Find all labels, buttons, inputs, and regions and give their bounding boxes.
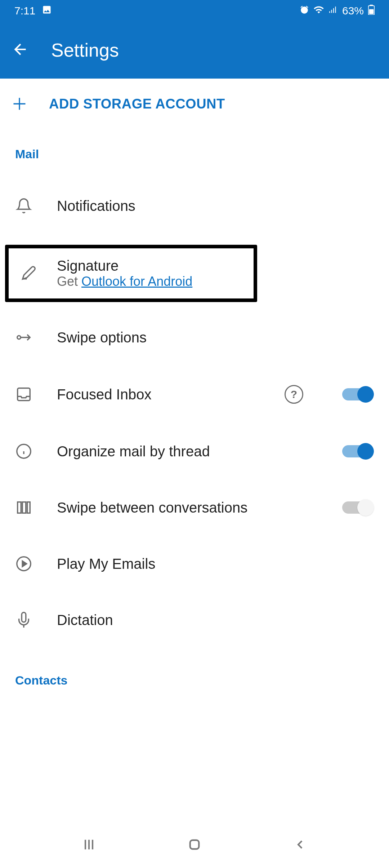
- picture-notification-icon: [42, 5, 52, 17]
- page-title: Settings: [51, 39, 119, 61]
- app-header: Settings: [0, 22, 389, 79]
- section-header-mail: Mail: [0, 129, 389, 165]
- swipe-options-label: Swipe options: [57, 329, 374, 346]
- status-left: 7:11: [14, 5, 52, 17]
- help-icon[interactable]: ?: [285, 385, 303, 404]
- svg-rect-8: [18, 502, 21, 513]
- play-emails-row[interactable]: Play My Emails: [0, 536, 389, 592]
- add-storage-account-row[interactable]: ADD STORAGE ACCOUNT: [0, 79, 389, 129]
- play-emails-label: Play My Emails: [57, 556, 374, 572]
- swipe-conversations-label: Swipe between conversations: [57, 500, 318, 516]
- bell-icon: [15, 197, 32, 214]
- svg-rect-4: [18, 388, 30, 401]
- nav-back-button[interactable]: [289, 834, 311, 855]
- system-nav-bar: [0, 821, 389, 868]
- svg-rect-9: [22, 502, 26, 513]
- signature-label: Signature: [57, 258, 243, 274]
- swipe-options-row[interactable]: Swipe options: [0, 309, 389, 366]
- alarm-icon: [300, 5, 309, 17]
- organize-thread-toggle[interactable]: [342, 443, 374, 460]
- signature-highlight-box: Signature Get Outlook for Android: [5, 245, 257, 302]
- signature-row[interactable]: Signature Get Outlook for Android: [9, 248, 254, 298]
- home-button[interactable]: [184, 834, 205, 855]
- focused-inbox-label: Focused Inbox: [57, 386, 260, 403]
- notifications-label: Notifications: [57, 198, 374, 214]
- signature-subtitle-link[interactable]: Outlook for Android: [81, 274, 192, 289]
- svg-rect-2: [369, 9, 374, 14]
- microphone-icon: [15, 611, 32, 629]
- svg-marker-12: [22, 561, 27, 566]
- swipe-icon: [15, 329, 32, 346]
- svg-rect-10: [27, 502, 30, 513]
- dictation-row[interactable]: Dictation: [0, 592, 389, 648]
- signal-icon: [328, 5, 338, 17]
- focused-inbox-toggle[interactable]: [342, 386, 374, 403]
- section-header-contacts: Contacts: [0, 648, 389, 691]
- inbox-icon: [15, 386, 32, 403]
- svg-point-3: [17, 336, 21, 339]
- signature-subtitle: Get Outlook for Android: [57, 274, 243, 289]
- plus-icon: [12, 96, 27, 112]
- swipe-conversations-toggle[interactable]: [342, 499, 374, 516]
- swipe-conversations-row[interactable]: Swipe between conversations: [0, 479, 389, 536]
- status-time: 7:11: [14, 5, 35, 17]
- status-bar: 7:11 63%: [0, 0, 389, 22]
- pen-icon: [19, 265, 37, 282]
- notifications-row[interactable]: Notifications: [0, 165, 389, 234]
- focused-inbox-row[interactable]: Focused Inbox ?: [0, 366, 389, 423]
- wifi-icon: [313, 4, 324, 18]
- columns-icon: [15, 499, 32, 516]
- add-storage-label: ADD STORAGE ACCOUNT: [49, 96, 225, 112]
- content: ADD STORAGE ACCOUNT Mail Notifications S…: [0, 79, 389, 691]
- status-right: 63%: [300, 4, 375, 18]
- battery-icon: [368, 5, 375, 17]
- organize-thread-label: Organize mail by thread: [57, 443, 318, 460]
- dictation-label: Dictation: [57, 612, 374, 628]
- svg-rect-1: [370, 5, 373, 6]
- info-icon: [15, 443, 32, 460]
- svg-rect-16: [190, 840, 199, 849]
- organize-thread-row[interactable]: Organize mail by thread: [0, 423, 389, 479]
- play-icon: [15, 555, 32, 572]
- battery-percent: 63%: [342, 5, 364, 17]
- recent-apps-button[interactable]: [78, 834, 100, 855]
- back-button[interactable]: [12, 40, 30, 60]
- signature-subtitle-prefix: Get: [57, 274, 81, 289]
